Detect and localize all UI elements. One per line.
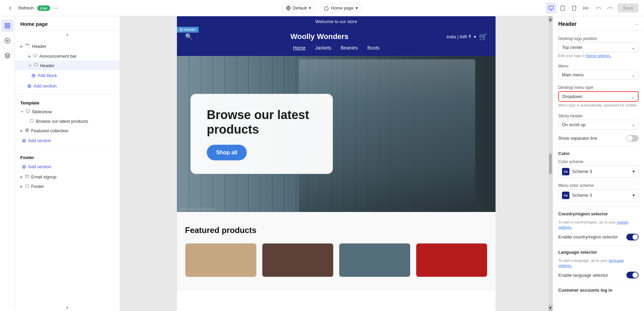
country-region-hint: To add a country/region, go to your mark… [558,220,639,230]
language-hint: To add a language, go to your language s… [558,258,639,269]
color-scheme-button[interactable]: Aa Scheme 3 ▾ [558,166,639,178]
svg-rect-11 [8,23,9,25]
nav-jackets[interactable]: Jackets [315,45,331,51]
logo-position-select-wrapper: Top center Top left [558,42,639,52]
canvas-scroll-bottom-arrow[interactable]: ▼ [548,305,552,311]
region-chevron-icon: ▾ [474,34,476,39]
add-section-template-label: Add section [28,138,51,143]
template-group: Template ▼ Slideshow Browse our latest p… [15,96,120,147]
logo-position-hint: Edit your logo in theme settings. [558,53,639,58]
announcement-bar-item[interactable]: ▶ Announcement bar [15,51,120,61]
canvas-scroll[interactable]: Welcome to our store ⊞ Header 🔍 Woolly W… [120,16,552,311]
header-group: ▶ Header ▶ Announcement bar ▼ [15,40,120,93]
desktop-menu-type-select[interactable]: Dropdown Mega menu [559,92,638,101]
logo-position-select[interactable]: Top center Top left [558,42,639,52]
redo-button[interactable] [605,3,615,13]
theme-selector[interactable]: Default ▾ [282,4,315,12]
sections-icon[interactable] [1,20,14,32]
svg-rect-22 [26,129,29,132]
right-panel-more-icon[interactable]: ··· [635,22,639,27]
sticky-header-select[interactable]: On scroll up Always Never [558,120,639,130]
slideshow-item[interactable]: ▼ Slideshow [15,107,120,116]
featured-collection-label: Featured collection [31,128,68,133]
add-section-header-button[interactable]: ⊕ Add section [15,81,120,91]
left-panel-header: Home page [15,16,120,31]
page-title: Home page [20,21,48,27]
add-section-footer-button[interactable]: ⊕ Add section [15,161,120,172]
section-divider-3 [558,245,639,246]
hero-title: Browse our latest products [207,108,317,137]
sticky-header-group: Sticky header On scroll up Always Never [558,114,639,130]
footer-icon [25,183,29,189]
theme-chevron-icon: ▾ [309,5,311,11]
live-badge: Live [37,5,50,11]
svg-rect-15 [26,44,29,45]
canvas-scroll-top-arrow[interactable]: ▲ [548,16,552,22]
more-options-button[interactable]: ··· [54,4,59,12]
add-block-button[interactable]: ⊕ Add block [15,70,120,81]
canvas-area: Welcome to our store ⊞ Header 🔍 Woolly W… [120,16,552,311]
svg-rect-21 [31,119,34,122]
color-swatch-2: Aa [562,192,569,199]
scroll-up-arrow[interactable]: ▲ [15,31,120,37]
tablet-icon[interactable] [557,3,568,14]
add-section-footer-label: Add section [28,164,51,169]
add-section-template-button[interactable]: ⊕ Add section [15,135,120,146]
desktop-icon[interactable] [546,3,557,14]
main-layout: Home page ▲ ▶ Header ▶ Announcemen [0,16,644,311]
back-button[interactable] [5,3,15,13]
color-scheme-label: Color scheme [558,159,639,164]
browse-latest-item[interactable]: Browse our latest products [15,116,120,126]
svg-rect-18 [26,110,29,112]
product-card-3 [339,243,410,277]
svg-rect-10 [5,23,7,25]
menu-color-scheme-value: Scheme 3 [572,193,592,198]
svg-point-14 [6,40,8,42]
section-divider-2 [558,207,639,207]
nav-home[interactable]: Home [293,45,305,51]
canvas-scroll-thumb[interactable] [549,154,552,174]
right-panel-title: Header [558,21,577,27]
email-signup-item[interactable]: ▶ Email signup [15,172,120,181]
search-icon: 🔍 [185,33,193,40]
nav-beanies[interactable]: Beanies [341,45,358,51]
divider-2 [15,149,120,149]
header-label-tag: ⊞ Header [177,27,199,33]
shop-all-button[interactable]: Shop all [207,145,247,160]
announcement-text: Welcome to our store [315,19,357,24]
footer-item[interactable]: ▶ Footer [15,181,120,191]
featured-collection-item[interactable]: ▶ Featured collection [15,126,120,135]
separator-line-toggle[interactable] [626,135,639,142]
page-selector[interactable]: Home page ▾ [320,4,362,12]
other-icon[interactable] [580,3,591,14]
store-header-preview: 🔍 Woolly Wonders India | INR ₹ ▾ 🛒 Home … [177,27,496,56]
undo-button[interactable] [594,3,604,13]
refresh-button[interactable]: Refresh [18,5,34,11]
header-section-item[interactable]: ▶ Header [15,41,120,51]
mobile-icon[interactable] [569,3,580,14]
color-scheme-value: Scheme 3 [572,169,592,174]
theme-settings-link[interactable]: theme settings. [586,54,611,58]
products-grid [185,243,487,277]
scroll-down-arrow[interactable]: ▼ [15,304,120,311]
settings-icon[interactable] [1,35,14,47]
top-bar: Refresh Live ··· Default ▾ Home page ▾ [0,0,644,16]
enable-language-toggle[interactable] [626,272,639,278]
menu-color-scheme-button[interactable]: Aa Scheme 3 ▾ [558,189,639,201]
svg-rect-17 [34,64,38,66]
section-divider-1 [558,147,639,147]
enable-country-toggle[interactable] [626,234,639,240]
customer-accounts-heading: Customer accounts log in [558,288,639,293]
menu-color-scheme-group: Menu color scheme Aa Scheme 3 ▾ [558,183,639,201]
nav-boots[interactable]: Boots [367,45,380,51]
apps-icon[interactable] [1,50,14,62]
right-panel-scroll[interactable]: Desktop logo position Top center Top lef… [553,31,644,311]
left-panel-scroll[interactable]: ▶ Header ▶ Announcement bar ▼ [15,37,120,304]
announcement-bar-label: Announcement bar [39,54,77,59]
hero-section-preview: Browse our latest products Shop all Adob… [177,56,496,212]
svg-rect-2 [549,6,554,9]
footer-chevron-icon: ▶ [20,184,23,188]
save-button[interactable]: Save [618,3,639,13]
header-item[interactable]: ▼ Header [15,61,120,70]
menu-select[interactable]: Main menu [558,70,639,80]
